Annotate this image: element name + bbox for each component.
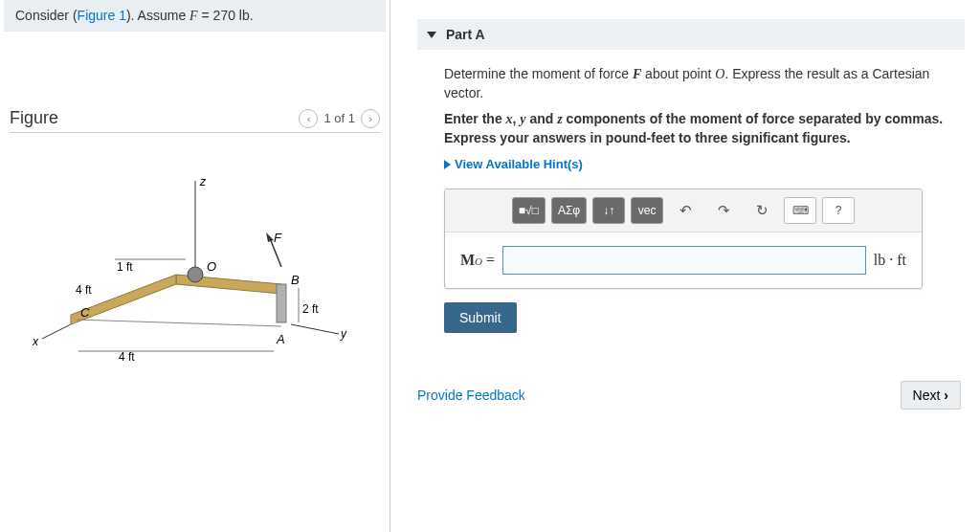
answer-unit: lb · ft [874,252,906,269]
equation-toolbar: ■√□ ΑΣφ ↓↑ vec ↶ ↷ ↻ ⌨ ? [445,189,922,233]
caret-down-icon [427,32,436,38]
subsup-button[interactable]: ↓↑ [592,197,625,224]
variable-F: F [189,9,198,23]
svg-marker-7 [266,233,274,242]
svg-text:z: z [199,175,207,188]
svg-text:O: O [207,259,216,274]
svg-text:y: y [340,327,347,341]
svg-text:4 ft: 4 ft [119,350,135,364]
figure-prev-button[interactable]: ‹ [299,109,318,128]
figure-link[interactable]: Figure 1 [78,8,126,23]
svg-rect-4 [277,284,286,322]
help-button[interactable]: ? [822,197,855,224]
answer-variable-label: MO = [460,252,495,269]
figure-next-button[interactable]: › [361,109,380,128]
greek-button[interactable]: ΑΣφ [551,197,587,224]
reset-button[interactable]: ↻ [746,197,778,224]
svg-line-8 [291,324,339,334]
vec-button[interactable]: vec [631,197,663,224]
next-label: Next [913,388,941,403]
part-header[interactable]: Part A [417,19,965,50]
text: Consider ( [15,8,78,23]
text: = 270 lb. [198,8,254,23]
svg-text:2 ft: 2 ft [302,302,319,316]
figure-title: Figure [10,108,58,128]
figure-counter: 1 of 1 [323,111,355,125]
keyboard-button[interactable]: ⌨ [784,197,816,224]
caret-right-icon [444,160,451,169]
undo-button[interactable]: ↶ [669,197,702,224]
provide-feedback-link[interactable]: Provide Feedback [417,388,525,403]
svg-text:4 ft: 4 ft [76,283,92,297]
redo-button[interactable]: ↷ [707,197,740,224]
svg-text:x: x [33,335,39,348]
svg-point-5 [188,267,203,282]
instruction-secondary: Enter the x, y and z components of the m… [444,110,961,147]
answer-input[interactable] [502,246,866,275]
figure-diagram: z y x [33,171,358,382]
svg-text:B: B [291,273,300,287]
hints-label: View Available Hint(s) [455,157,583,171]
instruction-primary: Determine the moment of force F about po… [444,65,961,102]
svg-line-10 [42,324,71,339]
svg-text:F: F [274,231,282,245]
svg-text:1 ft: 1 ft [117,260,133,274]
chevron-right-icon: › [944,388,948,403]
submit-button[interactable]: Submit [444,302,517,333]
next-button[interactable]: Next › [901,381,961,410]
view-hints-link[interactable]: View Available Hint(s) [444,157,961,171]
svg-line-12 [76,320,281,326]
svg-text:C: C [80,305,90,320]
answer-box: ■√□ ΑΣφ ↓↑ vec ↶ ↷ ↻ ⌨ ? MO = lb · ft [444,188,923,289]
problem-statement: Consider (Figure 1). Assume F = 270 lb. [4,0,386,32]
part-title: Part A [446,27,485,42]
text: ). Assume [126,8,189,23]
template-button[interactable]: ■√□ [512,197,546,224]
svg-text:A: A [276,332,285,346]
